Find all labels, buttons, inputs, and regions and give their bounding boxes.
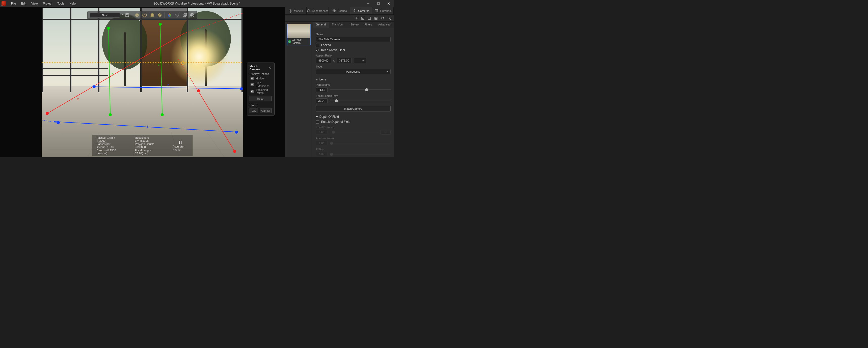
focal-distance-slider[interactable] [330,130,378,134]
ptab-general[interactable]: General [313,22,329,28]
save-camera-icon[interactable] [124,12,130,18]
aspect-label: Aspect Ratio [316,54,391,57]
tab-cameras[interactable]: Cameras [350,7,372,14]
tab-models[interactable]: Models [285,7,307,14]
menu-help[interactable]: HelpHelp [67,1,78,6]
svg-point-22 [109,113,112,116]
match-status-label: Status: [250,104,258,107]
output-tools-icon[interactable] [182,12,187,18]
svg-point-21 [107,27,110,30]
svg-text:Z: Z [147,125,148,128]
focal-length-slider[interactable] [330,99,391,103]
camera-thumb-name: Villa Side Camera [292,39,309,44]
active-camera-check-icon [288,40,291,43]
keep-above-floor-checkbox[interactable]: Keep Above Floor [316,49,391,52]
menu-project[interactable]: ProjectProject [40,1,55,6]
svg-point-55 [354,10,355,11]
dof-section[interactable]: Depth Of Field [316,115,391,119]
menu-edit[interactable]: EditEdit [19,1,29,6]
svg-point-25 [93,85,96,88]
svg-rect-1 [377,2,379,4]
svg-text:Y: Y [158,64,160,67]
camera-properties: Name Locked Keep Above Floor Aspect Rati… [313,28,394,157]
svg-point-31 [233,150,236,153]
hud-render-mode: Accurate - Hybrid [173,145,188,151]
lens-section[interactable]: Lens [316,78,391,81]
aspect-width-input[interactable] [316,58,331,63]
ptab-stereo[interactable]: Stereo [347,22,362,28]
sort-icon[interactable] [380,16,384,20]
window-title: SOLIDWORKS Visualize Professional - VW S… [153,2,241,5]
pause-icon[interactable] [178,140,183,145]
reset-button[interactable]: Reset [250,96,272,101]
minimize-button[interactable] [363,0,373,7]
viewport-canvas[interactable]: Y Y Z Z X X [42,8,243,157]
camera-preset-dropdown[interactable]: New [90,12,120,18]
locked-checkbox[interactable]: Locked [316,43,391,47]
viewport[interactable]: Y Y Z Z X X [0,7,285,157]
menu-tools[interactable]: ToolsTools [55,1,67,6]
hud-passes-max[interactable]: 3000 [98,139,107,143]
search-icon[interactable] [387,16,391,20]
render-mode-2-icon[interactable] [142,12,147,18]
svg-rect-58 [376,9,377,12]
shading-cube-icon[interactable] [167,12,172,18]
import-icon[interactable] [361,16,365,20]
enable-dof-checkbox[interactable]: Enable Depth of Field [316,120,391,124]
maximize-button[interactable] [373,0,383,7]
match-panel-close-icon[interactable] [268,66,272,70]
name-label: Name [316,33,391,36]
menu-bar: FFileile EditEdit ViewView ProjectProjec… [0,0,394,7]
tab-appearances[interactable]: Appearances [307,7,329,14]
aperture-icon[interactable] [189,12,195,18]
menu-file[interactable]: FFileile [8,1,19,6]
menu-view[interactable]: ViewView [29,1,40,6]
focal-distance-input[interactable] [316,130,328,135]
type-label: Type [316,65,391,68]
focal-length-input[interactable] [316,98,328,103]
render-mode-4-icon[interactable] [157,12,162,18]
perspective-slider[interactable] [330,88,391,92]
focal-distance-label: Focal Distance [316,126,391,129]
aperture-input[interactable] [316,141,328,146]
ptab-filters[interactable]: Filters [362,22,375,28]
camera-type-dropdown[interactable]: Perspective [316,69,391,74]
line-extensions-checkbox[interactable]: Line Extensions [250,82,272,88]
hud-poly-label: Polygon Count: [135,143,154,146]
svg-point-35 [135,13,138,17]
fstop-slider[interactable] [330,152,391,156]
add-icon[interactable] [354,16,358,20]
aperture-slider[interactable] [330,141,391,145]
aspect-height-input[interactable] [337,58,352,63]
render-mode-1-icon[interactable] [134,12,140,18]
view-grid-icon[interactable] [374,16,378,20]
fstop-input[interactable] [316,152,328,157]
pick-focal-distance-button[interactable] [380,130,391,135]
svg-rect-56 [354,9,355,10]
camera-name-input[interactable] [316,37,391,42]
ptab-advanced[interactable]: Advanced [375,22,394,28]
camera-thumb[interactable]: Villa Side Camera [287,24,311,45]
refresh-icon[interactable] [174,12,180,18]
close-button[interactable] [383,0,394,7]
horizon-checkbox[interactable]: Horizon [250,76,272,81]
svg-point-68 [388,17,390,19]
match-panel-display-options: Display Options [250,72,272,75]
tab-scenes[interactable]: Scenes [329,7,350,14]
tab-libraries[interactable]: Libraries [372,7,394,14]
svg-text:X: X [77,98,79,101]
match-ok-button[interactable]: OK [250,108,258,113]
aspect-preset-dropdown[interactable] [354,58,366,63]
svg-rect-65 [376,17,377,18]
view-large-icon[interactable] [367,16,371,20]
render-mode-3-icon[interactable] [149,12,155,18]
perspective-input[interactable] [316,87,328,92]
svg-point-36 [136,14,138,16]
svg-rect-49 [181,141,182,144]
match-cancel-button[interactable]: Cancel [260,108,272,113]
match-camera-button[interactable]: Match Camera [316,106,391,112]
vanishing-points-checkbox[interactable]: Vanishing Points [250,88,272,94]
ptab-transform[interactable]: Transform [329,22,347,28]
svg-rect-2 [378,2,380,4]
app-icon [1,1,6,6]
